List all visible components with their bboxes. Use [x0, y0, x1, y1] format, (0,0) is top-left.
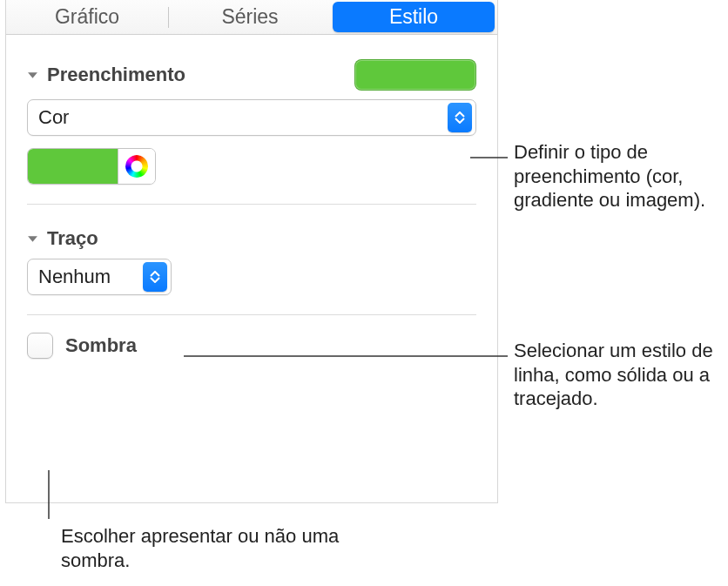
panel-body: Preenchimento Cor [6, 35, 497, 360]
section-header-fill[interactable]: Preenchimento [27, 54, 476, 99]
divider [27, 204, 476, 205]
tab-grafico[interactable]: Gráfico [6, 0, 168, 34]
shadow-checkbox[interactable] [27, 333, 53, 359]
tab-label: Séries [221, 5, 278, 29]
section-title: Traço [47, 227, 98, 250]
callout-shadow: Escolher apresentar ou não uma sombra. [61, 524, 340, 572]
shadow-row: Sombra [27, 333, 476, 359]
chevron-down-icon [27, 70, 38, 81]
section-title: Preenchimento [47, 64, 185, 86]
fill-type-popup[interactable]: Cor [27, 99, 476, 136]
tab-estilo[interactable]: Estilo [333, 2, 495, 32]
fill-type-value: Cor [38, 106, 69, 129]
divider [27, 314, 476, 315]
fill-preview-swatch[interactable] [354, 59, 476, 91]
fill-color-control [27, 148, 156, 185]
callout-stroke-style: Selecionar um estilo de linha, como sóli… [514, 339, 728, 411]
popup-arrows-icon [448, 103, 472, 132]
section-header-stroke[interactable]: Traço [27, 222, 476, 259]
chevron-down-icon [27, 233, 38, 245]
color-picker-button[interactable] [118, 149, 155, 184]
stroke-style-popup[interactable]: Nenhum [27, 259, 172, 295]
tab-label: Estilo [389, 5, 438, 29]
stroke-style-value: Nenhum [38, 266, 111, 288]
popup-arrows-icon [143, 262, 167, 292]
inspector-panel: Gráfico Séries Estilo Preenchimento Cor [5, 0, 498, 503]
tab-series[interactable]: Séries [169, 0, 331, 34]
fill-color-swatch[interactable] [28, 149, 118, 184]
color-wheel-icon [125, 155, 148, 178]
shadow-label: Sombra [65, 334, 137, 357]
callout-fill-type: Definir o tipo de preenchimento (cor, gr… [514, 140, 728, 212]
tab-label: Gráfico [55, 5, 119, 29]
tabbar: Gráfico Séries Estilo [6, 0, 497, 35]
callouts: Definir o tipo de preenchimento (cor, gr… [498, 0, 725, 586]
